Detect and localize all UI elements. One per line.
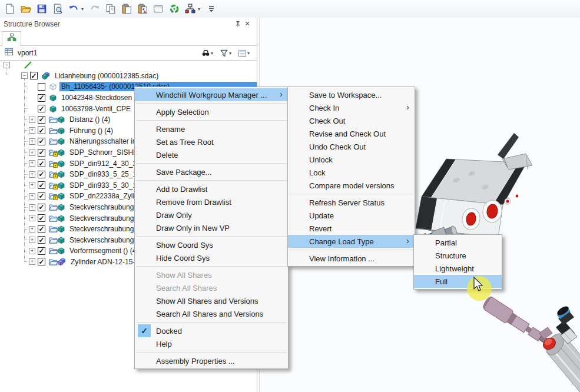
toolbar-undo-button[interactable]	[67, 2, 81, 16]
context-menu-item-delete[interactable]: Delete	[135, 148, 288, 161]
tree-expander[interactable]: +	[29, 182, 35, 188]
tree-expander[interactable]: +	[29, 258, 35, 265]
context-menu-item-docked[interactable]: Docked✓	[135, 324, 288, 337]
workgroup-menu-item-save-to-workspace[interactable]: Save to Workspace...	[288, 88, 415, 101]
tree-checkbox[interactable]: ✓	[38, 127, 45, 134]
workgroup-menu-item-lock[interactable]: Lock	[288, 166, 415, 179]
workgroup-menu-item-update[interactable]: Update	[288, 209, 415, 222]
view-options-button[interactable]: ▾	[238, 49, 252, 58]
context-menu-item-add-to-drawlist[interactable]: Add to Drawlist	[135, 182, 288, 195]
context-menu-item-draw-only-in-new-vp[interactable]: Draw Only in New VP	[135, 221, 288, 234]
tree-item-label[interactable]: Näherungsschalter in	[68, 137, 138, 146]
tree-item-label[interactable]	[35, 64, 38, 65]
tree-checkbox[interactable]: ✓	[38, 105, 45, 112]
tree-item-label[interactable]: 10042348-Steckdosen	[59, 93, 134, 102]
toolbar-paste-button[interactable]	[120, 2, 134, 16]
load-type-menu-item-structure[interactable]: Structure	[414, 249, 502, 262]
workgroup-menu-item-check-in[interactable]: Check In›	[288, 101, 415, 114]
tree-row[interactable]: − ✓ Lidanhebung (0000012385.sdac)	[0, 71, 257, 82]
toolbar-save-button[interactable]	[35, 2, 49, 16]
tree-item-label[interactable]: Vorformsegment () (4	[68, 246, 138, 255]
tree-expander[interactable]: +	[29, 226, 35, 232]
tree-expander[interactable]: −	[21, 72, 28, 79]
tree-checkbox[interactable]: ✓	[38, 225, 45, 233]
toolbar-redo-button[interactable]	[88, 2, 102, 16]
tree-checkbox[interactable]: ✓	[38, 160, 45, 167]
tree-item-label[interactable]: 10063798-Ventil_CPE	[59, 104, 132, 114]
toolbar-print-preview-button[interactable]	[51, 2, 65, 16]
tree-item-label[interactable]: Steckverschraubung	[68, 235, 135, 245]
tree-item-label[interactable]: SDP_din933_5_30_1 (	[68, 181, 142, 190]
filter-button[interactable]: ▾	[220, 49, 234, 58]
toolbar-paste-special-button[interactable]	[135, 2, 150, 16]
tree-checkbox[interactable]: ✓	[30, 72, 38, 79]
load-type-menu-item-partial[interactable]: Partial	[414, 236, 502, 249]
tree-checkbox[interactable]: ✓	[38, 258, 45, 265]
toolbar-refresh-3d-button[interactable]	[167, 2, 181, 16]
toolbar-model-structure-button[interactable]	[183, 2, 197, 16]
context-menu-item-search-all-shares-and-versions[interactable]: Search All Shares and Versions	[135, 307, 288, 320]
tree-item-label[interactable]: SDP_dn22338a_Zylin	[68, 191, 140, 201]
context-menu-item-save-package[interactable]: Save Package...	[135, 165, 288, 178]
workgroup-menu-item-revert[interactable]: Revert	[288, 222, 415, 235]
load-type-menu-item-lightweight[interactable]: Lightweight	[414, 262, 502, 275]
workgroup-menu-item-unlock[interactable]: Unlock	[288, 153, 415, 166]
filter-caret-icon[interactable]: ▾	[229, 51, 234, 56]
find-button[interactable]: ▾	[201, 49, 216, 58]
tree-checkbox[interactable]: ✓	[38, 247, 45, 255]
workgroup-menu-item-view-information[interactable]: View Information ...	[288, 252, 415, 265]
tree-checkbox[interactable]	[38, 83, 45, 91]
tree-checkbox[interactable]: ✓	[38, 236, 45, 244]
context-menu-item-apply-selection[interactable]: Apply Selection	[135, 105, 288, 118]
tree-expander[interactable]: +	[29, 204, 35, 211]
toolbar-copy-button[interactable]	[104, 2, 118, 16]
context-menu-item-help[interactable]: Help	[135, 337, 288, 350]
tree-expander[interactable]: +	[29, 171, 35, 178]
toolbar-model-structure-caret-icon[interactable]: ▾	[198, 6, 203, 12]
toolbar-new-file-button[interactable]	[3, 2, 17, 16]
tree-checkbox[interactable]: ✓	[38, 214, 45, 222]
tree-item-label[interactable]: SDP_din933_5_25_1 (	[68, 170, 142, 179]
tree-expander[interactable]: +	[29, 127, 35, 134]
toolbar-undo-caret-icon[interactable]: ▾	[81, 6, 86, 12]
tree-checkbox[interactable]: ✓	[38, 116, 45, 124]
load-type-menu-item-full[interactable]: Full	[414, 275, 502, 288]
tree-expander[interactable]: +	[29, 193, 35, 200]
tree-checkbox[interactable]: ✓	[38, 171, 45, 178]
tree-checkbox[interactable]: ✓	[38, 204, 45, 211]
context-menu-item-search-all-shares[interactable]: Search All Shares	[135, 281, 288, 294]
tree-expander[interactable]: +	[29, 248, 35, 254]
tree-item-label[interactable]: Steckverschraubung	[68, 202, 135, 212]
tree-checkbox[interactable]: ✓	[38, 138, 45, 145]
workgroup-menu-item-compare-model-versions[interactable]: Compare model versions	[288, 179, 415, 192]
workgroup-menu-item-revise-and-check-out[interactable]: Revise and Check Out	[288, 127, 415, 140]
tree-checkbox[interactable]: ✓	[38, 192, 45, 200]
tree-expander[interactable]: +	[29, 150, 35, 156]
workgroup-menu-item-undo-check-out[interactable]: Undo Check Out	[288, 140, 415, 153]
tree-expander[interactable]: +	[29, 237, 35, 243]
workgroup-menu-item-change-load-type[interactable]: Change Load Type›	[288, 235, 415, 248]
tree-item-label[interactable]: Führung () (4)	[68, 126, 115, 135]
context-menu-item-hide-coord-sys[interactable]: Hide Coord Sys	[135, 251, 288, 264]
tree-expander[interactable]: +	[29, 160, 35, 167]
tree-expander[interactable]: −	[4, 62, 10, 68]
tree-expander[interactable]: +	[29, 138, 35, 145]
workgroup-menu-item-check-out[interactable]: Check Out	[288, 114, 415, 127]
context-menu-item-show-all-shares[interactable]: Show All Shares	[135, 268, 288, 281]
context-menu-item-show-all-shares-and-versions[interactable]: Show All Shares and Versions	[135, 294, 288, 307]
context-menu-item-set-as-tree-root[interactable]: Set as Tree Root	[135, 135, 288, 148]
tree-item-label[interactable]: Steckverschraubung	[68, 214, 135, 223]
workgroup-menu-item-refresh-server-status[interactable]: Refresh Server Status	[288, 196, 415, 209]
pin-icon[interactable]	[233, 19, 243, 29]
tree-item-label[interactable]: SDP_Schnorr_SISHB_	[68, 148, 144, 157]
tree-item-label[interactable]: Lidanhebung (0000012385.sdac)	[53, 71, 160, 81]
context-menu-item-assembly-properties[interactable]: Assembly Properties ...	[135, 354, 288, 367]
tree-checkbox[interactable]: ✓	[38, 149, 45, 157]
tree-item-label[interactable]: Steckverschraubung	[68, 224, 135, 234]
context-menu-item-show-coord-sys[interactable]: Show Coord Sys	[135, 238, 288, 251]
toolbar-open-button[interactable]	[19, 2, 33, 16]
tree-item-label[interactable]: Zylinder ADN-12-15-	[69, 257, 137, 267]
toolbar-new-window-button[interactable]	[151, 2, 165, 16]
context-menu-item-remove-from-drawlist[interactable]: Remove from Drawlist	[135, 195, 288, 208]
tab-structure-tree[interactable]	[2, 31, 21, 46]
